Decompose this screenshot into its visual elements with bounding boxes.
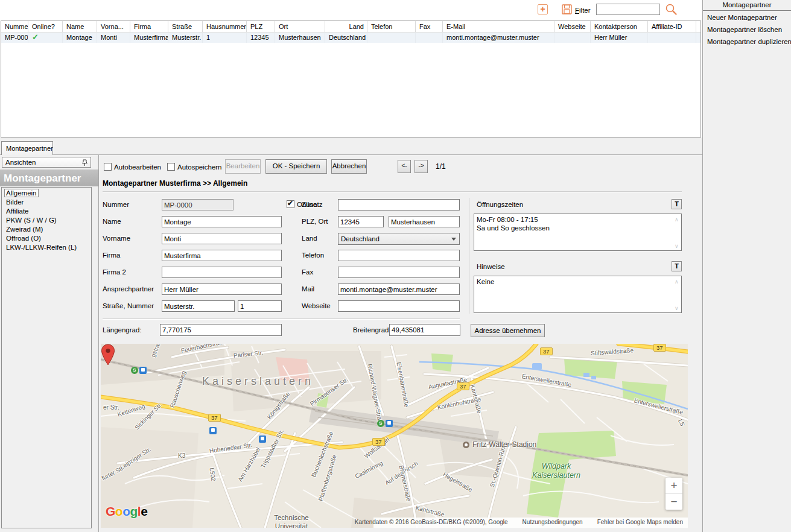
map-marker-icon[interactable]	[101, 344, 115, 367]
column-header[interactable]: Affiliate-ID	[648, 21, 696, 32]
mail-field[interactable]	[338, 283, 460, 295]
adresse-uebernehmen-button[interactable]: Adresse übernehmen	[471, 324, 545, 337]
attribution-link[interactable]: Nutzungsbedingungen	[523, 519, 583, 528]
next-record-button[interactable]: ->	[415, 160, 428, 173]
fax-field[interactable]	[338, 267, 460, 278]
view-item[interactable]: Affiliate	[4, 207, 31, 215]
autospeichern-checkbox[interactable]	[167, 163, 175, 171]
transit-station-icon[interactable]: S	[377, 420, 384, 427]
filter-label-accel: F	[575, 7, 579, 14]
telefon-label: Telefon	[302, 252, 324, 259]
scroll-up-icon[interactable]: ∧	[675, 217, 679, 223]
firma-field[interactable]	[162, 250, 282, 261]
oeffnungszeiten-text-button[interactable]: T	[672, 199, 682, 209]
search-icon[interactable]	[664, 2, 679, 17]
ansprechpartner-field[interactable]	[162, 283, 282, 295]
oeffnungszeiten-textarea[interactable]: Mo-Fr 08:00 - 17:15 Sa und So geschlosse…	[474, 214, 682, 251]
wildpark-label-line2: Kaiserslautern	[523, 471, 589, 480]
view-item[interactable]: LKW-/LLKW-Reifen (L)	[4, 243, 78, 252]
column-header[interactable]: Kontaktperson	[591, 21, 648, 32]
column-header[interactable]: Straße	[168, 21, 203, 32]
zusatz-field[interactable]	[338, 199, 460, 211]
views-header[interactable]: Ansichten	[2, 157, 91, 168]
google-logo[interactable]: Google	[106, 504, 147, 519]
google-logo-letter: e	[141, 504, 147, 518]
scroll-up-icon[interactable]: ∧	[675, 279, 679, 285]
autobearbeiten-label: Autobearbeiten	[114, 163, 161, 171]
breitengrad-field[interactable]	[389, 324, 460, 336]
land-select[interactable]: Deutschland	[338, 233, 460, 245]
ok-speichern-button[interactable]: OK - Speichern	[265, 159, 327, 174]
column-header[interactable]: Online?	[28, 21, 63, 32]
laengengrad-field[interactable]	[160, 324, 282, 336]
pin-icon[interactable]	[81, 159, 88, 166]
table-cell: Deutschland	[325, 33, 367, 43]
previous-record-button[interactable]: <-	[398, 160, 411, 173]
plz-ort-label: PLZ, Ort	[302, 218, 328, 225]
zoom-out-button[interactable]: −	[666, 493, 682, 510]
transit-station-icon[interactable]: S	[131, 367, 138, 374]
sidebar-action-item[interactable]: Montagepartner duplizieren	[703, 35, 791, 47]
plz-field[interactable]	[338, 216, 384, 227]
sidebar-title: Montagepartner	[703, 0, 791, 11]
attribution-link[interactable]: Fehler bei Google Maps melden	[597, 519, 683, 528]
hinweise-textarea[interactable]: Keine	[474, 276, 682, 313]
abbrechen-button[interactable]: Abbrechen	[331, 159, 367, 174]
heading-divider	[103, 191, 682, 192]
column-header[interactable]: PLZ	[247, 21, 275, 32]
ort-field[interactable]	[389, 216, 460, 227]
scroll-down-icon[interactable]: ∨	[675, 306, 679, 311]
view-item[interactable]: PKW (S / W / G)	[4, 216, 59, 224]
column-header[interactable]: Ort	[275, 21, 325, 32]
views-panel-title: Montagepartner	[0, 169, 98, 186]
transit-station-icon[interactable]	[386, 420, 393, 427]
view-item[interactable]: Offroad (O)	[4, 234, 43, 242]
tab-montagepartner[interactable]: Montagepartner	[1, 141, 53, 155]
google-logo-letter: o	[122, 504, 130, 518]
nummer-field	[162, 199, 233, 211]
scroll-down-icon[interactable]: ∨	[675, 244, 679, 249]
street-label: er Str.	[103, 404, 119, 411]
save-icon[interactable]	[561, 4, 573, 15]
hinweise-text-button[interactable]: T	[672, 261, 682, 271]
view-item[interactable]: Zweirad (M)	[4, 225, 45, 233]
table-row[interactable]: MP-0000✓MontageMontiMusterfirmaMusterstr…	[1, 33, 700, 43]
strasse-field[interactable]	[162, 300, 235, 312]
autobearbeiten-checkbox[interactable]	[104, 163, 112, 171]
view-item[interactable]: Bilder	[4, 198, 25, 206]
bearbeiten-button[interactable]: Bearbeiten	[225, 159, 261, 174]
add-record-icon[interactable]: +	[538, 4, 548, 14]
column-header[interactable]: Webseite	[554, 21, 591, 32]
column-header[interactable]: Land	[325, 21, 367, 32]
stadium-label[interactable]: Fritz-Walter-Stadion	[472, 440, 536, 449]
online-checkbox[interactable]	[287, 200, 294, 208]
sidebar-action-item[interactable]: Neuer Montagepartner	[703, 11, 791, 23]
filter-input[interactable]	[596, 4, 660, 15]
vorname-field[interactable]	[162, 233, 282, 244]
firma2-field[interactable]	[162, 267, 282, 278]
column-header[interactable]: Nummer	[1, 21, 28, 32]
column-header[interactable]: Telefon	[367, 21, 416, 32]
transit-station-icon[interactable]	[259, 435, 266, 443]
zoom-in-button[interactable]: +	[666, 478, 682, 493]
view-item[interactable]: Allgemein	[4, 189, 39, 197]
column-header[interactable]: Vorna...	[97, 21, 130, 32]
transit-glyph	[387, 421, 391, 425]
transit-station-icon[interactable]	[139, 367, 147, 374]
column-header[interactable]: E-Mail	[443, 21, 554, 32]
column-header[interactable]: Name	[63, 21, 97, 32]
hausnummer-field[interactable]	[238, 300, 282, 312]
sidebar-action-item[interactable]: Montagepartner löschen	[703, 23, 791, 35]
panel-splitter[interactable]	[98, 155, 99, 532]
google-map[interactable]: Kaiserslautern FeuerbachstraßegstraßePar…	[101, 344, 688, 528]
transit-station-icon[interactable]	[209, 427, 217, 434]
name-field[interactable]	[162, 216, 282, 227]
filter-label: Filter	[575, 7, 591, 14]
column-header[interactable]: Hausnummer	[203, 21, 247, 32]
webseite-field[interactable]	[338, 300, 460, 312]
column-header[interactable]: Fax	[416, 21, 443, 32]
column-header[interactable]: Firma	[130, 21, 168, 32]
land-label: Land	[302, 235, 317, 242]
telefon-field[interactable]	[338, 250, 460, 261]
filter-label-rest: ilter	[579, 7, 591, 14]
